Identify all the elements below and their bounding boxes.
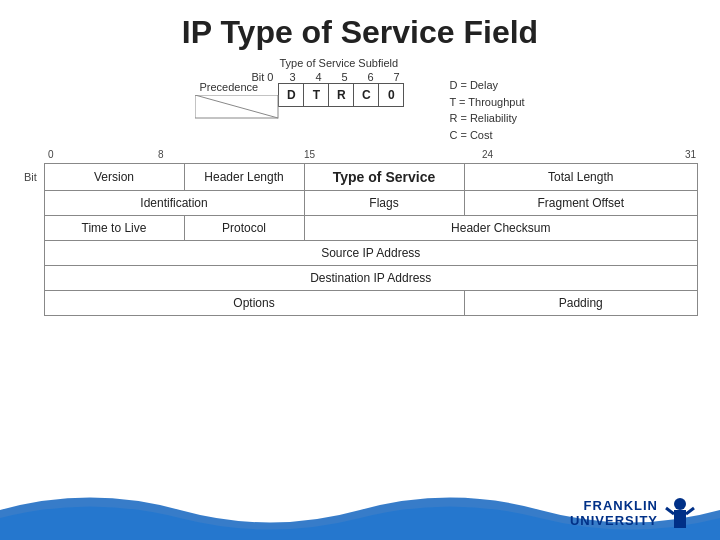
bp-24: 24	[482, 149, 493, 160]
empty-bit-col-5	[22, 266, 44, 291]
empty-bit-col-4	[22, 241, 44, 266]
table-row-1: Bit Version Header Length Type of Servic…	[22, 164, 698, 191]
legend-r: R = Reliability	[449, 110, 524, 127]
tos-cell-r: R	[328, 83, 354, 107]
empty-bit-col-3	[22, 216, 44, 241]
logo-university: UNIVERSITY	[570, 513, 658, 528]
cell-source-ip: Source IP Address	[44, 241, 698, 266]
legend: D = Delay T = Throughput R = Reliability…	[449, 77, 524, 143]
table-row-5: Destination IP Address	[22, 266, 698, 291]
bit-num-3: 3	[279, 71, 305, 83]
bp-15: 15	[304, 149, 315, 160]
cell-total-length: Total Length	[464, 164, 698, 191]
bp-31: 31	[685, 149, 696, 160]
university-icon	[664, 494, 696, 532]
cell-dest-ip: Destination IP Address	[44, 266, 698, 291]
table-row-3: Time to Live Protocol Header Checksum	[22, 216, 698, 241]
cell-options: Options	[44, 291, 464, 316]
bit-num-6: 6	[357, 71, 383, 83]
legend-t: T = Throughput	[449, 94, 524, 111]
svg-line-0	[195, 95, 278, 118]
svg-rect-2	[674, 510, 686, 528]
page-title: IP Type of Service Field	[0, 0, 720, 57]
tos-cell-0: 0	[378, 83, 404, 107]
precedence-label: Precedence	[199, 81, 258, 93]
subfield-label: Type of Service Subfield	[279, 57, 398, 69]
cell-type-of-service: Type of Service	[304, 164, 464, 191]
empty-bit-col-6	[22, 291, 44, 316]
legend-c: C = Cost	[449, 127, 524, 144]
bit-num-5: 5	[331, 71, 357, 83]
table-row-6: Options Padding	[22, 291, 698, 316]
tos-cell-d: D	[278, 83, 304, 107]
tos-cell-c: C	[353, 83, 379, 107]
cell-padding: Padding	[464, 291, 698, 316]
cell-identification: Identification	[44, 191, 304, 216]
table-row-2: Identification Flags Fragment Offset	[22, 191, 698, 216]
cell-protocol: Protocol	[184, 216, 304, 241]
tos-subfield-section: Type of Service Subfield Bit 0 3 4 5 6 7…	[0, 57, 720, 143]
bit-num-7: 7	[383, 71, 409, 83]
cell-ttl: Time to Live	[44, 216, 184, 241]
table-row-4: Source IP Address	[22, 241, 698, 266]
cell-header-checksum: Header Checksum	[304, 216, 698, 241]
svg-line-4	[666, 508, 674, 514]
svg-point-3	[674, 498, 686, 510]
ip-header-table: Bit Version Header Length Type of Servic…	[22, 163, 698, 316]
tos-subfield-diagram: Type of Service Subfield Bit 0 3 4 5 6 7…	[195, 57, 409, 107]
cell-version: Version	[44, 164, 184, 191]
bit-num-4: 4	[305, 71, 331, 83]
cell-header-length: Header Length	[184, 164, 304, 191]
tos-cell-t: T	[303, 83, 329, 107]
bit-col-label: Bit	[22, 164, 44, 191]
empty-bit-col-2	[22, 191, 44, 216]
svg-line-5	[686, 508, 694, 514]
logo-franklin: FRANKLIN	[584, 498, 658, 513]
cell-flags: Flags	[304, 191, 464, 216]
bp-8: 8	[158, 149, 164, 160]
bit-positions-bar: 0 8 15 24 31	[22, 149, 698, 163]
franklin-logo: FRANKLIN UNIVERSITY	[570, 494, 696, 532]
legend-d: D = Delay	[449, 77, 524, 94]
bp-0: 0	[48, 149, 54, 160]
tos-cells-row: Precedence D T R C 0	[195, 83, 404, 107]
cell-fragment-offset: Fragment Offset	[464, 191, 698, 216]
